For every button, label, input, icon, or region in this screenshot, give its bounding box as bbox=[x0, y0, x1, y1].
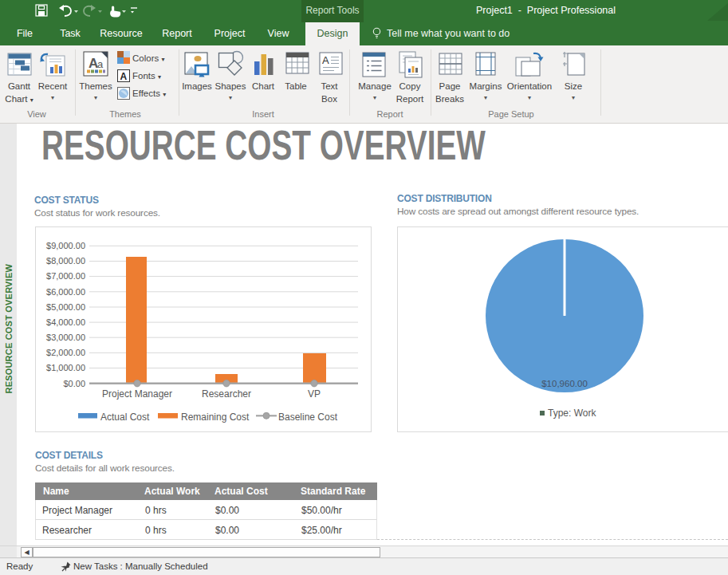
svg-text:VP: VP bbox=[308, 388, 321, 400]
svg-text:$0.00: $0.00 bbox=[63, 379, 85, 388]
svg-text:$5,000.00: $5,000.00 bbox=[46, 302, 85, 312]
svg-text:Researcher: Researcher bbox=[202, 388, 251, 400]
svg-text:$4,000.00: $4,000.00 bbox=[46, 317, 85, 327]
svg-text:Type: Work: Type: Work bbox=[548, 408, 596, 419]
svg-text:Baseline Cost: Baseline Cost bbox=[278, 412, 338, 423]
svg-text:A: A bbox=[322, 54, 329, 66]
svg-text:Project Manager: Project Manager bbox=[102, 388, 172, 400]
svg-text:$6,000.00: $6,000.00 bbox=[46, 287, 85, 297]
svg-text:Actual Cost: Actual Cost bbox=[100, 412, 150, 423]
svg-text:$9,000.00: $9,000.00 bbox=[46, 241, 85, 250]
svg-text:$3,000.00: $3,000.00 bbox=[46, 333, 85, 342]
svg-text:$1,000.00: $1,000.00 bbox=[46, 363, 85, 372]
svg-text:$7,000.00: $7,000.00 bbox=[46, 271, 85, 281]
svg-text:$2,000.00: $2,000.00 bbox=[46, 348, 85, 357]
svg-text:a: a bbox=[97, 58, 104, 70]
svg-text:Remaining Cost: Remaining Cost bbox=[181, 412, 250, 423]
svg-text:A: A bbox=[120, 71, 128, 82]
svg-text:$10,960.00: $10,960.00 bbox=[541, 379, 588, 388]
svg-text:$8,000.00: $8,000.00 bbox=[46, 256, 85, 266]
